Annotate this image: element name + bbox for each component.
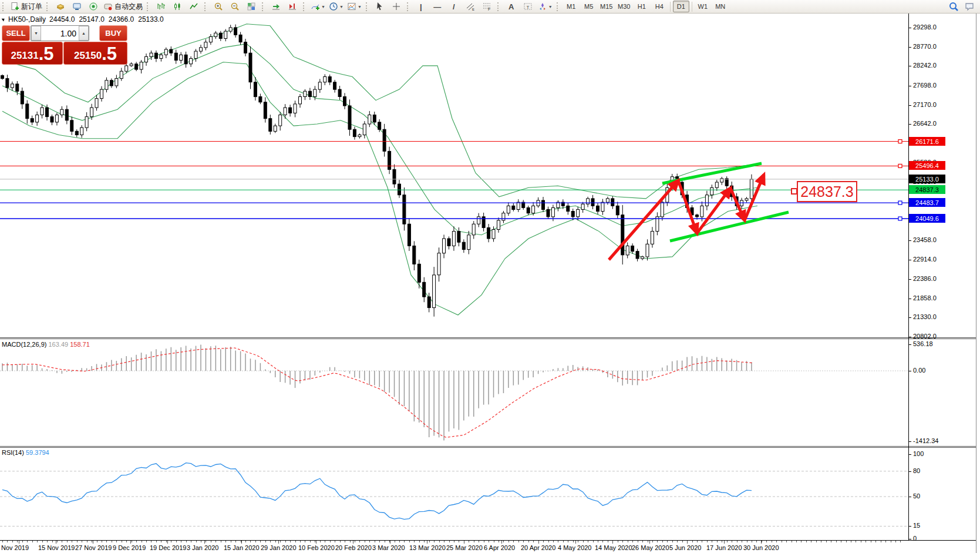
fibonacci-button[interactable]: F [479,0,495,13]
date-minor-tick [602,541,603,542]
search-button[interactable] [948,1,959,12]
chevron-down-icon[interactable]: ▼ [548,5,553,9]
macd-main-value: 163.49 [48,341,68,348]
pane-separator[interactable] [0,446,976,447]
periods-button[interactable]: ▼ [327,0,345,13]
shapes-button[interactable]: ▼ [536,0,554,13]
vertical-line-button[interactable]: | [413,0,429,13]
volume-decrease-button[interactable]: ▼ [31,26,41,41]
price-annotation-label[interactable]: 24837.3 [797,181,857,202]
timeframe-button-h1[interactable]: H1 [634,1,650,12]
rsi-indicator-pane[interactable] [0,448,908,540]
rsi-name: RSI(14) [2,449,24,456]
line-chart-button[interactable] [186,0,202,13]
price-badge-24049.6: 24049.6 [909,214,945,223]
axis-tick [909,86,911,86]
pane-separator[interactable] [0,337,976,338]
date-scale[interactable]: Nov 201915 Nov 201927 Nov 20199 Dec 2019… [0,541,976,553]
timeframe-button-w1[interactable]: W1 [695,1,711,12]
date-major-tick [687,541,688,544]
buy-price[interactable]: 25150 .5 [63,42,127,65]
svg-text:F: F [488,7,490,11]
chevron-down-icon[interactable]: ▼ [358,5,362,9]
candlestick-chart-button[interactable] [169,0,186,13]
price-tick-label: 0.00 [913,367,925,374]
date-minor-tick [395,541,395,542]
cursor-icon [375,2,385,11]
text-label-button[interactable]: T [520,0,536,13]
date-minor-tick [206,541,206,542]
zoom-out-button[interactable] [227,0,243,13]
date-minor-tick [250,541,251,542]
volume-stepper[interactable]: ▼ 1.00 ▲ [31,25,89,41]
price-scale[interactable]: 29298.028770.028242.027698.027170.026642… [909,13,976,541]
cursor-button[interactable] [372,0,388,13]
axis-tick [909,47,911,48]
date-major-tick [427,541,427,544]
zoom-in-button[interactable] [210,0,227,13]
indicators-button[interactable]: ▼ [309,0,327,13]
timeframe-button-h4[interactable]: H4 [651,1,668,12]
date-minor-tick [215,541,216,542]
main-price-chart[interactable] [0,13,908,337]
sell-price[interactable]: 25131 .5 [2,42,63,65]
timeframe-button-mn[interactable]: MN [712,1,729,12]
date-minor-tick [459,541,459,542]
date-minor-tick [727,541,728,542]
date-minor-tick [305,541,305,542]
profiles-button[interactable] [52,0,69,13]
chat-button[interactable] [965,1,975,12]
date-minor-tick [662,541,663,542]
date-minor-tick [875,541,876,542]
trend-arrow [745,175,764,220]
chevron-down-icon[interactable]: ▼ [321,5,325,9]
date-minor-tick [632,541,633,542]
pane-separator[interactable] [0,338,976,339]
date-major-tick [19,541,19,544]
chart-window[interactable]: HK50-,Daily 24454.0 25147.0 24366.0 2513… [0,13,980,553]
channel-button[interactable]: E [462,0,479,13]
auto-trading-button[interactable]: 自动交易 [102,0,144,13]
date-minor-tick [722,541,722,542]
macd-indicator-pane[interactable] [0,340,908,446]
timeframe-button-d1[interactable]: D1 [673,1,689,12]
volume-increase-button[interactable]: ▲ [79,26,89,41]
date-major-tick [241,541,242,544]
timeframe-button-m15[interactable]: M15 [598,1,615,12]
auto-trading-icon [103,2,113,11]
bollinger-middle-band [2,44,757,235]
date-minor-tick [821,541,821,542]
strategy-tester-button[interactable] [85,0,102,13]
timeframe-button-m1[interactable]: M1 [563,1,580,12]
chart-shift-button[interactable] [284,0,301,13]
date-minor-tick [295,541,296,542]
buy-button[interactable]: BUY [99,25,127,41]
annotation-anchor-marker[interactable] [791,188,797,195]
volume-value[interactable]: 1.00 [41,26,79,41]
timeframe-button-m30[interactable]: M30 [616,1,632,12]
chevron-down-icon[interactable]: ▼ [339,5,343,9]
bar-chart-button[interactable] [153,0,169,13]
zoom-in-icon [214,2,223,11]
rsi-label: RSI(14) 59.3794 [2,449,49,456]
timeframe-button-m5[interactable]: M5 [581,1,597,12]
date-major-tick [353,541,353,544]
tile-windows-button[interactable] [243,0,260,13]
auto-scroll-button[interactable] [268,0,284,13]
date-minor-tick [667,541,668,542]
ohlc-open: 24454.0 [49,15,75,24]
date-minor-tick [97,541,97,542]
trendline-button[interactable]: / [446,0,462,13]
text-button[interactable]: A [503,0,520,13]
horizontal-line-button[interactable]: — [429,0,446,13]
terminal-button[interactable] [69,0,85,13]
templates-button[interactable]: ▼ [345,0,363,13]
candles-layer [1,25,753,317]
text-label-icon: T [523,2,533,11]
date-minor-tick [712,541,712,542]
crosshair-button[interactable] [388,0,405,13]
sell-button[interactable]: SELL [2,25,30,41]
new-order-button[interactable]: 新订单 [8,0,44,13]
date-minor-tick [474,541,474,542]
price-tick-label: 27698.0 [913,82,937,89]
